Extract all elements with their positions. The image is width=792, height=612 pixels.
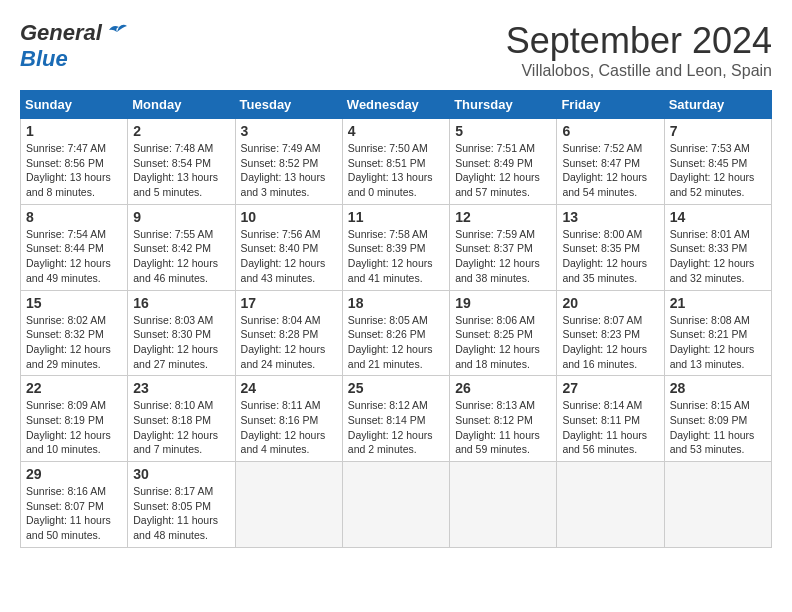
day-info: Sunrise: 8:07 AMSunset: 8:23 PMDaylight:… (562, 313, 658, 372)
day-info: Sunrise: 8:10 AMSunset: 8:18 PMDaylight:… (133, 398, 229, 457)
day-number: 12 (455, 209, 551, 225)
calendar-header-thursday: Thursday (450, 91, 557, 119)
calendar-cell: 9Sunrise: 7:55 AMSunset: 8:42 PMDaylight… (128, 204, 235, 290)
day-info: Sunrise: 8:12 AMSunset: 8:14 PMDaylight:… (348, 398, 444, 457)
day-number: 28 (670, 380, 766, 396)
calendar-cell: 1Sunrise: 7:47 AMSunset: 8:56 PMDaylight… (21, 119, 128, 205)
day-info: Sunrise: 7:58 AMSunset: 8:39 PMDaylight:… (348, 227, 444, 286)
calendar-header-tuesday: Tuesday (235, 91, 342, 119)
logo-blue-text: Blue (20, 46, 68, 72)
day-number: 16 (133, 295, 229, 311)
page-header: General Blue September 2024 Villalobos, … (20, 20, 772, 80)
calendar-cell: 28Sunrise: 8:15 AMSunset: 8:09 PMDayligh… (664, 376, 771, 462)
day-info: Sunrise: 8:13 AMSunset: 8:12 PMDaylight:… (455, 398, 551, 457)
calendar-cell: 5Sunrise: 7:51 AMSunset: 8:49 PMDaylight… (450, 119, 557, 205)
calendar-header-wednesday: Wednesday (342, 91, 449, 119)
calendar-cell: 2Sunrise: 7:48 AMSunset: 8:54 PMDaylight… (128, 119, 235, 205)
day-info: Sunrise: 7:53 AMSunset: 8:45 PMDaylight:… (670, 141, 766, 200)
calendar-body: 1Sunrise: 7:47 AMSunset: 8:56 PMDaylight… (21, 119, 772, 548)
calendar-cell: 24Sunrise: 8:11 AMSunset: 8:16 PMDayligh… (235, 376, 342, 462)
calendar-cell: 6Sunrise: 7:52 AMSunset: 8:47 PMDaylight… (557, 119, 664, 205)
calendar-cell: 13Sunrise: 8:00 AMSunset: 8:35 PMDayligh… (557, 204, 664, 290)
calendar-cell: 8Sunrise: 7:54 AMSunset: 8:44 PMDaylight… (21, 204, 128, 290)
day-info: Sunrise: 7:47 AMSunset: 8:56 PMDaylight:… (26, 141, 122, 200)
page-title: September 2024 (506, 20, 772, 62)
day-number: 25 (348, 380, 444, 396)
calendar-cell (235, 462, 342, 548)
calendar-cell: 17Sunrise: 8:04 AMSunset: 8:28 PMDayligh… (235, 290, 342, 376)
calendar-header-saturday: Saturday (664, 91, 771, 119)
day-info: Sunrise: 8:15 AMSunset: 8:09 PMDaylight:… (670, 398, 766, 457)
day-number: 1 (26, 123, 122, 139)
day-info: Sunrise: 8:02 AMSunset: 8:32 PMDaylight:… (26, 313, 122, 372)
day-number: 3 (241, 123, 337, 139)
day-number: 15 (26, 295, 122, 311)
day-number: 30 (133, 466, 229, 482)
day-info: Sunrise: 8:01 AMSunset: 8:33 PMDaylight:… (670, 227, 766, 286)
day-number: 13 (562, 209, 658, 225)
day-info: Sunrise: 7:54 AMSunset: 8:44 PMDaylight:… (26, 227, 122, 286)
day-info: Sunrise: 8:11 AMSunset: 8:16 PMDaylight:… (241, 398, 337, 457)
logo-general-text: General (20, 20, 102, 46)
day-number: 2 (133, 123, 229, 139)
calendar-cell (557, 462, 664, 548)
calendar-header-row: SundayMondayTuesdayWednesdayThursdayFrid… (21, 91, 772, 119)
day-info: Sunrise: 8:17 AMSunset: 8:05 PMDaylight:… (133, 484, 229, 543)
calendar-cell: 29Sunrise: 8:16 AMSunset: 8:07 PMDayligh… (21, 462, 128, 548)
day-number: 26 (455, 380, 551, 396)
calendar-header-monday: Monday (128, 91, 235, 119)
calendar-cell: 20Sunrise: 8:07 AMSunset: 8:23 PMDayligh… (557, 290, 664, 376)
day-number: 22 (26, 380, 122, 396)
day-info: Sunrise: 7:49 AMSunset: 8:52 PMDaylight:… (241, 141, 337, 200)
day-info: Sunrise: 7:59 AMSunset: 8:37 PMDaylight:… (455, 227, 551, 286)
calendar-table: SundayMondayTuesdayWednesdayThursdayFrid… (20, 90, 772, 548)
title-block: September 2024 Villalobos, Castille and … (506, 20, 772, 80)
day-info: Sunrise: 7:52 AMSunset: 8:47 PMDaylight:… (562, 141, 658, 200)
calendar-cell: 25Sunrise: 8:12 AMSunset: 8:14 PMDayligh… (342, 376, 449, 462)
calendar-header-friday: Friday (557, 91, 664, 119)
day-number: 8 (26, 209, 122, 225)
day-number: 27 (562, 380, 658, 396)
calendar-cell: 16Sunrise: 8:03 AMSunset: 8:30 PMDayligh… (128, 290, 235, 376)
day-number: 21 (670, 295, 766, 311)
calendar-cell: 18Sunrise: 8:05 AMSunset: 8:26 PMDayligh… (342, 290, 449, 376)
day-info: Sunrise: 8:00 AMSunset: 8:35 PMDaylight:… (562, 227, 658, 286)
calendar-cell (450, 462, 557, 548)
day-info: Sunrise: 7:48 AMSunset: 8:54 PMDaylight:… (133, 141, 229, 200)
calendar-cell: 12Sunrise: 7:59 AMSunset: 8:37 PMDayligh… (450, 204, 557, 290)
day-number: 24 (241, 380, 337, 396)
calendar-week-4: 22Sunrise: 8:09 AMSunset: 8:19 PMDayligh… (21, 376, 772, 462)
calendar-cell: 30Sunrise: 8:17 AMSunset: 8:05 PMDayligh… (128, 462, 235, 548)
logo: General Blue (20, 20, 127, 72)
day-number: 18 (348, 295, 444, 311)
calendar-week-5: 29Sunrise: 8:16 AMSunset: 8:07 PMDayligh… (21, 462, 772, 548)
day-info: Sunrise: 7:51 AMSunset: 8:49 PMDaylight:… (455, 141, 551, 200)
day-number: 4 (348, 123, 444, 139)
calendar-header-sunday: Sunday (21, 91, 128, 119)
calendar-cell: 7Sunrise: 7:53 AMSunset: 8:45 PMDaylight… (664, 119, 771, 205)
day-number: 17 (241, 295, 337, 311)
day-number: 14 (670, 209, 766, 225)
day-number: 9 (133, 209, 229, 225)
day-info: Sunrise: 8:03 AMSunset: 8:30 PMDaylight:… (133, 313, 229, 372)
day-number: 23 (133, 380, 229, 396)
calendar-cell: 27Sunrise: 8:14 AMSunset: 8:11 PMDayligh… (557, 376, 664, 462)
calendar-cell: 15Sunrise: 8:02 AMSunset: 8:32 PMDayligh… (21, 290, 128, 376)
day-number: 19 (455, 295, 551, 311)
day-number: 7 (670, 123, 766, 139)
calendar-cell: 11Sunrise: 7:58 AMSunset: 8:39 PMDayligh… (342, 204, 449, 290)
day-info: Sunrise: 8:09 AMSunset: 8:19 PMDaylight:… (26, 398, 122, 457)
day-number: 29 (26, 466, 122, 482)
calendar-week-3: 15Sunrise: 8:02 AMSunset: 8:32 PMDayligh… (21, 290, 772, 376)
day-info: Sunrise: 8:08 AMSunset: 8:21 PMDaylight:… (670, 313, 766, 372)
calendar-week-1: 1Sunrise: 7:47 AMSunset: 8:56 PMDaylight… (21, 119, 772, 205)
day-number: 6 (562, 123, 658, 139)
day-info: Sunrise: 7:55 AMSunset: 8:42 PMDaylight:… (133, 227, 229, 286)
day-info: Sunrise: 7:50 AMSunset: 8:51 PMDaylight:… (348, 141, 444, 200)
calendar-cell (664, 462, 771, 548)
day-info: Sunrise: 8:04 AMSunset: 8:28 PMDaylight:… (241, 313, 337, 372)
calendar-cell: 10Sunrise: 7:56 AMSunset: 8:40 PMDayligh… (235, 204, 342, 290)
calendar-cell: 23Sunrise: 8:10 AMSunset: 8:18 PMDayligh… (128, 376, 235, 462)
day-info: Sunrise: 8:14 AMSunset: 8:11 PMDaylight:… (562, 398, 658, 457)
calendar-cell (342, 462, 449, 548)
